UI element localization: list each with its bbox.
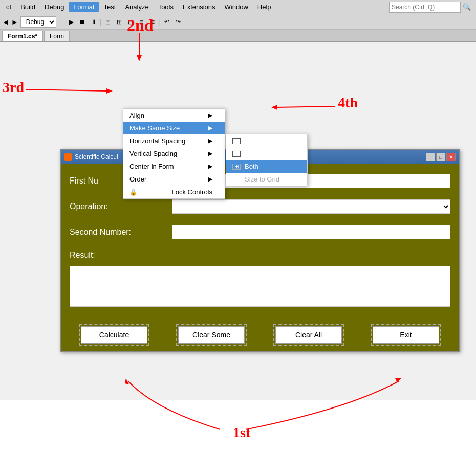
order-label: Order [129, 175, 146, 183]
menu-build[interactable]: Build [16, 2, 39, 12]
close-button[interactable]: ✕ [446, 153, 456, 161]
result-section: Result: [70, 251, 450, 308]
align-middle-icon[interactable]: ≡ [148, 17, 158, 27]
horizontal-spacing-arrow: ▶ [208, 138, 212, 144]
calculate-button[interactable]: Calculate [81, 326, 147, 344]
clear-some-button[interactable]: Clear Some [178, 326, 245, 344]
align-left-icon[interactable]: ⊡ [103, 17, 113, 27]
search-bar: 🔍 [386, 1, 474, 14]
menu-item-vertical-spacing[interactable]: Vertical Spacing ▶ [123, 147, 225, 160]
menu-item-align[interactable]: Align ▶ [123, 109, 225, 122]
align-top-icon[interactable]: ≡ [137, 17, 147, 27]
clear-all-btn-wrapper: Clear All [273, 324, 344, 346]
calc-body: First Nu Operation: Second Number: Resul… [61, 164, 459, 319]
horizontal-spacing-label: Horizontal Spacing [129, 137, 185, 145]
order-arrow: ▶ [208, 176, 212, 183]
second-number-row: Second Number: [70, 225, 450, 239]
clear-all-button[interactable]: Clear All [275, 326, 342, 344]
exit-button[interactable]: Exit [373, 326, 439, 344]
menu-window[interactable]: Window [221, 2, 252, 12]
height-icon: ↕ [232, 151, 241, 157]
menu-extensions[interactable]: Extensions [179, 2, 220, 12]
menu-test[interactable]: Test [100, 2, 120, 12]
make-same-size-arrow: ▶ [208, 125, 212, 131]
format-menu: Align ▶ Make Same Size ▶ ↔ Width ↕ Heigh… [123, 108, 225, 199]
submenu-size-to-grid: Size to Grid [226, 173, 307, 186]
search-icon: 🔍 [463, 3, 471, 11]
width-label: Width [245, 137, 262, 145]
toolbar-icon-1[interactable]: ▶ [66, 17, 76, 27]
center-in-form-label: Center in Form [129, 163, 174, 170]
both-icon: ⊞ [232, 164, 241, 170]
format-dropdown: Align ▶ Make Same Size ▶ ↔ Width ↕ Heigh… [123, 108, 225, 199]
size-to-grid-label: Size to Grid [245, 175, 279, 183]
lock-controls-label: Lock Controls [172, 188, 212, 196]
menu-format[interactable]: Format [69, 2, 98, 12]
menu-analyze[interactable]: Analyze [121, 2, 153, 12]
width-icon: ↔ [232, 138, 241, 144]
clear-some-btn-wrapper: Clear Some [176, 324, 247, 346]
vertical-spacing-label: Vertical Spacing [129, 150, 177, 157]
align-arrow: ▶ [208, 112, 212, 119]
center-in-form-arrow: ▶ [208, 163, 212, 170]
menu-item-lock-controls[interactable]: 🔒 Lock Controls [123, 186, 225, 198]
calc-window-icon [64, 153, 72, 161]
operation-label: Operation: [70, 202, 172, 211]
undo-icon[interactable]: ↶ [162, 17, 172, 27]
align-label: Align [129, 111, 144, 119]
toolbar-sep2: | [100, 18, 101, 26]
menu-item-make-same-size[interactable]: Make Same Size ▶ ↔ Width ↕ Height ⊞ Both [123, 122, 225, 134]
height-label: Height [245, 150, 264, 157]
back-icon[interactable]: ◄ [2, 18, 9, 26]
second-number-input[interactable] [172, 225, 450, 239]
menu-tools[interactable]: Tools [154, 2, 178, 12]
menu-bar: ct Build Debug Format Test Analyze Tools… [0, 0, 476, 14]
redo-icon[interactable]: ↷ [173, 17, 183, 27]
size-to-grid-icon [232, 176, 241, 183]
menu-item-center-in-form[interactable]: Center in Form ▶ [123, 160, 225, 173]
menu-item-horizontal-spacing[interactable]: Horizontal Spacing ▶ [123, 134, 225, 147]
main-area: Scientific Calcul _ □ ✕ First Nu Operati… [0, 42, 476, 400]
calc-buttons-area: Calculate Clear Some Clear All Exit [61, 319, 459, 351]
toolbar-icon-3[interactable]: ⏸ [89, 17, 99, 27]
toolbar-sep1: | [60, 18, 62, 26]
maximize-button[interactable]: □ [436, 153, 445, 161]
forward-icon[interactable]: ► [11, 18, 18, 26]
debug-dropdown[interactable]: Debug [20, 16, 56, 28]
menu-help[interactable]: Help [253, 2, 275, 12]
toolbar-sep3: | [159, 18, 161, 26]
operation-row: Operation: [70, 199, 450, 214]
lock-icon: 🔒 [129, 189, 137, 196]
toolbar-icon-2[interactable]: ⏹ [77, 17, 88, 27]
tab-form[interactable]: Form [44, 31, 70, 41]
operation-select[interactable] [172, 199, 450, 214]
tab-form1cs[interactable]: Form1.cs* [2, 31, 43, 41]
toolbar-icons: ▶ ⏹ ⏸ | ⊡ ⊞ ⊟ ≡ ≡ | ↶ ↷ [66, 17, 183, 27]
result-label: Result: [70, 251, 172, 260]
align-right-icon[interactable]: ⊟ [125, 17, 136, 27]
align-center-icon[interactable]: ⊞ [114, 17, 124, 27]
tabs-bar: Form1.cs* Form [0, 30, 476, 42]
menu-item-order[interactable]: Order ▶ [123, 173, 225, 186]
both-label: Both [245, 163, 258, 170]
1st-label: 1st [233, 424, 251, 440]
result-box[interactable] [70, 266, 450, 307]
vertical-spacing-arrow: ▶ [208, 150, 212, 157]
menu-debug[interactable]: Debug [40, 2, 68, 12]
calculate-btn-wrapper: Calculate [79, 324, 149, 346]
calc-titlebar-buttons: _ □ ✕ [426, 153, 456, 161]
submenu-width[interactable]: ↔ Width [226, 134, 307, 147]
search-input[interactable] [389, 2, 461, 13]
make-same-size-submenu: ↔ Width ↕ Height ⊞ Both Size to Grid [226, 134, 308, 186]
toolbar: ◄ ► Debug | ▶ ⏹ ⏸ | ⊡ ⊞ ⊟ ≡ ≡ | ↶ ↷ [0, 14, 476, 30]
make-same-size-label: Make Same Size [129, 124, 180, 132]
menu-ct[interactable]: ct [2, 2, 15, 12]
submenu-both[interactable]: ⊞ Both [226, 160, 307, 173]
minimize-button[interactable]: _ [426, 153, 435, 161]
second-number-label: Second Number: [70, 228, 172, 237]
submenu-height[interactable]: ↕ Height [226, 147, 307, 160]
exit-btn-wrapper: Exit [371, 324, 441, 346]
